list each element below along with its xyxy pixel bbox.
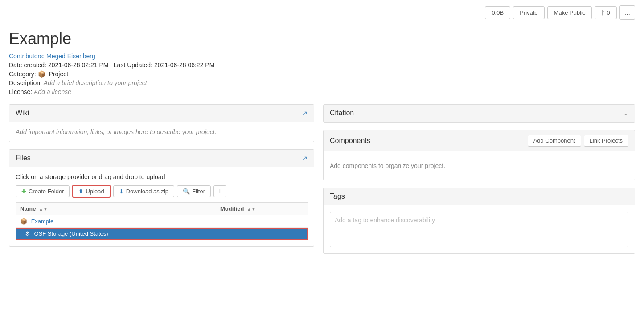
- wiki-external-link-icon[interactable]: ↗: [302, 110, 308, 117]
- tags-panel: Tags Add a tag to enhance discoverabilit…: [323, 188, 635, 254]
- download-zip-label: Download as zip: [126, 188, 168, 195]
- tags-header: Tags: [324, 188, 635, 205]
- files-toolbar: ✚ Create Folder ⬆ Upload ⬇ Download as z…: [16, 185, 308, 198]
- info-button[interactable]: i: [213, 185, 226, 197]
- file-name-link[interactable]: Example: [31, 218, 54, 225]
- files-external-link-icon[interactable]: ↗: [302, 155, 308, 162]
- page-title: Example: [0, 25, 644, 53]
- dates-row: Date created: 2021-06-28 02:21 PM | Last…: [9, 61, 635, 69]
- components-buttons: Add Component Link Projects: [528, 135, 628, 147]
- col-name-header: Name ▲▼: [16, 203, 216, 215]
- citation-title: Citation: [330, 109, 354, 117]
- privacy-status[interactable]: Private: [513, 6, 544, 19]
- description-value[interactable]: Add a brief description to your project: [44, 79, 147, 86]
- citation-header[interactable]: Citation ⌄: [324, 105, 635, 122]
- info-label: i: [219, 188, 221, 195]
- license-value[interactable]: Add a license: [34, 88, 71, 95]
- link-projects-button[interactable]: Link Projects: [584, 135, 628, 147]
- filter-label: Filter: [192, 188, 205, 195]
- citation-panel: Citation ⌄: [323, 104, 635, 123]
- wiki-header: Wiki ↗: [9, 105, 314, 122]
- left-column: Wiki ↗ Add important information, links,…: [9, 104, 314, 261]
- file-modified-cell: [216, 215, 308, 228]
- col-modified-header: Modified ▲▼: [216, 203, 308, 215]
- files-title: Files: [16, 154, 31, 162]
- wiki-body: Add important information, links, or ima…: [9, 122, 314, 142]
- file-name-cell: 📦 Example: [16, 215, 216, 228]
- more-options-button[interactable]: ...: [619, 5, 635, 20]
- right-column: Citation ⌄ Components Add Component Link…: [323, 104, 635, 261]
- make-public-button[interactable]: Make Public: [547, 6, 592, 19]
- description-label: Description:: [9, 79, 42, 86]
- contributors-row: Contributors: Meged Eisenberg: [9, 53, 635, 60]
- meta-section: Contributors: Meged Eisenberg Date creat…: [0, 53, 644, 104]
- wiki-text: Add important information, links, or ima…: [16, 128, 308, 135]
- files-panel: Files ↗ Click on a storage provider or d…: [9, 149, 314, 247]
- components-title: Components: [330, 137, 370, 145]
- create-folder-label: Create Folder: [29, 188, 64, 195]
- date-created-label: Date created:: [9, 61, 46, 69]
- files-body: Click on a storage provider or drag and …: [9, 167, 314, 246]
- filter-icon: 🔍: [183, 188, 190, 195]
- name-sort-arrows[interactable]: ▲▼: [39, 207, 48, 212]
- upload-label: Upload: [86, 188, 104, 195]
- create-folder-button[interactable]: ✚ Create Folder: [16, 185, 70, 197]
- files-table-header-row: Name ▲▼ Modified ▲▼: [16, 203, 308, 215]
- tags-placeholder: Add a tag to enhance discoverability: [335, 217, 435, 224]
- contributors-label[interactable]: Contributors:: [9, 53, 45, 60]
- filter-button[interactable]: 🔍 Filter: [177, 185, 211, 197]
- storage-modified-cell: [216, 228, 308, 240]
- wiki-title: Wiki: [16, 109, 29, 117]
- modified-sort-arrows[interactable]: ▲▼: [247, 207, 256, 212]
- upload-button[interactable]: ⬆ Upload: [72, 185, 110, 198]
- storage-icon: ⚙: [25, 230, 30, 237]
- file-folder-icon: 📦: [20, 218, 27, 225]
- upload-icon: ⬆: [78, 188, 83, 195]
- category-label: Category:: [9, 70, 36, 78]
- create-folder-icon: ✚: [21, 188, 26, 195]
- storage-dash: –: [20, 230, 25, 237]
- fork-icon: ᚹ: [601, 9, 605, 16]
- components-empty-text: Add components to organize your project.: [330, 158, 628, 174]
- main-layout: Wiki ↗ Add important information, links,…: [0, 104, 644, 270]
- files-table: Name ▲▼ Modified ▲▼ 📦: [16, 202, 308, 240]
- license-row: License: Add a license: [9, 88, 635, 95]
- last-updated: 2021-06-28 06:22 PM: [154, 61, 214, 69]
- contributors-value[interactable]: Meged Eisenberg: [46, 53, 95, 60]
- wiki-panel: Wiki ↗ Add important information, links,…: [9, 104, 314, 142]
- storage-name-cell: – ⚙ OSF Storage (United States): [16, 228, 216, 240]
- add-component-button[interactable]: Add Component: [528, 135, 581, 147]
- top-bar: 0.0B Private Make Public ᚹ 0 ...: [0, 0, 644, 25]
- components-panel: Components Add Component Link Projects A…: [323, 130, 635, 180]
- tags-title: Tags: [330, 192, 345, 200]
- date-created: 2021-06-28 02:21 PM: [48, 61, 108, 69]
- tags-body: Add a tag to enhance discoverability: [324, 205, 635, 253]
- license-label: License:: [9, 88, 32, 95]
- category-row: Category: 📦 Project: [9, 70, 635, 78]
- components-header: Components Add Component Link Projects: [324, 130, 635, 151]
- storage-name: OSF Storage (United States): [34, 230, 108, 237]
- tags-input[interactable]: Add a tag to enhance discoverability: [330, 212, 628, 247]
- storage-size: 0.0B: [485, 6, 510, 19]
- description-row: Description: Add a brief description to …: [9, 79, 635, 86]
- table-row: 📦 Example: [16, 215, 308, 228]
- fork-count[interactable]: ᚹ 0: [595, 6, 616, 19]
- download-zip-button[interactable]: ⬇ Download as zip: [113, 185, 174, 197]
- category-value: Project: [49, 70, 68, 78]
- last-updated-label: Last Updated:: [114, 61, 152, 69]
- components-body: Add components to organize your project.: [324, 151, 635, 180]
- files-header: Files ↗: [9, 150, 314, 167]
- category-icon: 📦: [38, 70, 45, 78]
- files-instructions: Click on a storage provider or drag and …: [16, 173, 308, 180]
- table-row[interactable]: – ⚙ OSF Storage (United States): [16, 228, 308, 240]
- download-icon: ⬇: [119, 188, 124, 195]
- citation-chevron-icon: ⌄: [623, 110, 628, 117]
